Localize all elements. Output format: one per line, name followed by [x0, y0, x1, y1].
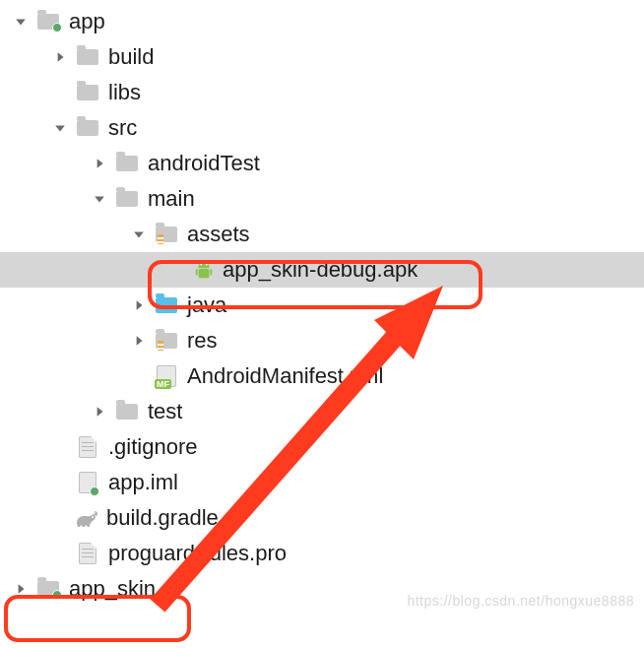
- svg-point-5: [92, 516, 94, 518]
- tree-label: res: [187, 328, 218, 354]
- tree-label: .gitignore: [108, 434, 198, 460]
- chevron-right-icon[interactable]: [130, 296, 148, 314]
- tree-item-libs[interactable]: libs: [0, 75, 644, 110]
- chevron-right-icon[interactable]: [91, 155, 108, 172]
- resource-folder-icon: [154, 222, 179, 247]
- svg-rect-4: [210, 269, 212, 275]
- tree-label: proguard-rules.pro: [108, 541, 287, 566]
- folder-icon: [75, 44, 100, 70]
- tree-item-gitignore[interactable]: .gitignore: [0, 429, 644, 465]
- chevron-right-icon[interactable]: [12, 580, 30, 598]
- tree-label: src: [108, 115, 137, 141]
- resource-folder-icon: [154, 328, 179, 354]
- text-file-icon: [75, 434, 100, 460]
- chevron-down-icon[interactable]: [51, 119, 69, 137]
- tree-label: AndroidManifest.xml: [187, 363, 383, 389]
- text-file-icon: [75, 541, 100, 566]
- gradle-icon: [75, 507, 98, 529]
- folder-icon: [114, 399, 140, 424]
- tree-item-src[interactable]: src: [0, 110, 644, 146]
- tree-item-assets[interactable]: assets: [0, 217, 644, 252]
- tree-label: main: [148, 186, 195, 212]
- chevron-down-icon[interactable]: [91, 190, 108, 208]
- folder-icon: [114, 151, 140, 176]
- module-file-icon: [75, 470, 100, 495]
- tree-label: app_skin-debug.apk: [223, 257, 418, 283]
- watermark: https://blog.csdn.net/hongxue8888: [407, 593, 634, 609]
- manifest-file-icon: [154, 363, 179, 389]
- tree-item-androidtest[interactable]: androidTest: [0, 146, 644, 181]
- tree-item-proguard[interactable]: proguard-rules.pro: [0, 536, 644, 571]
- tree-label: build.gradle: [106, 505, 219, 531]
- tree-item-iml[interactable]: app.iml: [0, 465, 644, 500]
- tree-item-gradle[interactable]: build.gradle: [0, 500, 644, 536]
- folder-icon: [114, 186, 140, 212]
- tree-label: androidTest: [148, 151, 260, 176]
- tree-label: app.iml: [108, 470, 178, 495]
- chevron-right-icon[interactable]: [91, 403, 108, 421]
- apk-icon: [193, 259, 215, 281]
- folder-icon: [75, 115, 100, 141]
- folder-icon: [75, 80, 100, 105]
- tree-item-apk[interactable]: app_skin-debug.apk: [0, 252, 644, 288]
- chevron-right-icon[interactable]: [51, 48, 69, 66]
- chevron-down-icon[interactable]: [130, 226, 148, 243]
- svg-rect-2: [199, 269, 210, 278]
- module-folder-icon: [35, 576, 61, 602]
- tree-label: libs: [108, 80, 141, 105]
- svg-rect-3: [196, 269, 198, 275]
- chevron-down-icon[interactable]: [12, 13, 30, 31]
- tree-item-res[interactable]: res: [0, 323, 644, 358]
- tree-item-build[interactable]: build: [0, 39, 644, 75]
- tree-item-manifest[interactable]: AndroidManifest.xml: [0, 358, 644, 394]
- tree-label: app_skin: [69, 576, 156, 602]
- tree-label: java: [187, 292, 226, 318]
- source-folder-icon: [154, 292, 179, 318]
- project-tree: app build libs src androidTest main asse…: [0, 0, 644, 607]
- chevron-right-icon[interactable]: [130, 332, 148, 350]
- tree-item-app[interactable]: app: [0, 4, 644, 39]
- tree-item-java[interactable]: java: [0, 288, 644, 323]
- tree-label: test: [148, 399, 182, 424]
- tree-item-test[interactable]: test: [0, 394, 644, 429]
- module-folder-icon: [35, 9, 61, 34]
- tree-item-main[interactable]: main: [0, 181, 644, 217]
- tree-label: assets: [187, 222, 250, 247]
- tree-label: app: [69, 9, 105, 34]
- svg-point-0: [200, 264, 202, 266]
- svg-point-1: [206, 264, 208, 266]
- tree-label: build: [108, 44, 154, 70]
